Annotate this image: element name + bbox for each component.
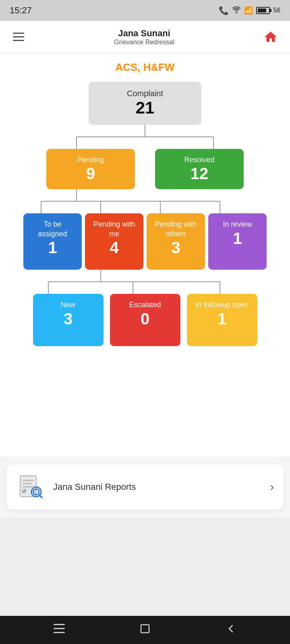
gray-filler	[0, 518, 290, 616]
svg-line-22	[39, 495, 42, 498]
reports-label: Jana Sunani Reports	[53, 482, 270, 492]
complaint-label: Complaint	[97, 89, 193, 98]
in-review-label: In review	[214, 220, 261, 229]
reports-icon	[16, 473, 45, 502]
followup-label: In followup open	[193, 300, 252, 310]
svg-rect-26	[141, 625, 149, 633]
escalated-box[interactable]: Escalated 0	[110, 294, 180, 346]
followup-box[interactable]: In followup open 1	[187, 294, 257, 346]
resolved-count: 12	[161, 165, 238, 183]
dept-title: ACS, H&FW	[6, 61, 284, 74]
pending-with-me-count: 4	[91, 239, 138, 257]
home-button[interactable]	[261, 27, 280, 47]
resolved-box[interactable]: Resolved 12	[155, 149, 244, 189]
svg-rect-16	[23, 480, 34, 481]
battery-label: 56	[273, 7, 280, 14]
svg-rect-18	[23, 486, 33, 487]
status-bar: 15:27 📞 📶 56	[0, 0, 290, 21]
pending-with-others-box[interactable]: Pending with others 3	[147, 213, 205, 270]
pending-with-me-label: Pending with me	[91, 220, 138, 239]
reports-card[interactable]: Jana Sunani Reports ›	[6, 464, 284, 510]
phone-icon: 📞	[219, 6, 229, 15]
tree-container: Complaint 21 Pending 9 Resolved	[6, 82, 284, 346]
to-be-assigned-label: To be assigned	[29, 220, 76, 239]
nav-home-icon[interactable]	[139, 623, 151, 637]
home-icon	[263, 30, 278, 44]
svg-rect-17	[23, 483, 31, 484]
in-review-count: 1	[214, 229, 261, 248]
pending-box[interactable]: Pending 9	[46, 149, 135, 189]
status-icons: 📞 📶 56	[219, 6, 280, 15]
followup-count: 1	[193, 310, 252, 328]
pending-with-others-count: 3	[152, 239, 199, 257]
pending-count: 9	[52, 165, 129, 183]
bottom-nav	[0, 616, 290, 644]
pending-with-others-label: Pending with others	[152, 220, 199, 239]
battery-icon	[256, 7, 270, 14]
app-subtitle: Grievance Redressal	[27, 39, 261, 46]
main-content: ACS, H&FW Complaint 21 Pending 9	[0, 53, 290, 456]
level2-row: To be assigned 1 Pending with me 4 Pendi…	[6, 213, 284, 270]
connector-l1	[8, 125, 282, 149]
escalated-count: 0	[116, 310, 175, 328]
new-label: New	[39, 300, 98, 310]
reports-chevron-icon: ›	[270, 481, 274, 493]
resolved-label: Resolved	[161, 155, 238, 165]
to-be-assigned-count: 1	[29, 239, 76, 257]
escalated-label: Escalated	[116, 300, 175, 310]
status-time: 15:27	[10, 5, 32, 16]
header-title: Jana Sunani Grievance Redressal	[27, 28, 261, 46]
complaint-box[interactable]: Complaint 21	[89, 82, 201, 125]
nav-back-icon[interactable]	[225, 623, 236, 637]
app-name: Jana Sunani	[27, 28, 261, 39]
hamburger-menu[interactable]	[10, 29, 27, 44]
in-review-box[interactable]: In review 1	[208, 213, 267, 270]
to-be-assigned-box[interactable]: To be assigned 1	[23, 213, 82, 270]
level3-row: New 3 Escalated 0 In followup open 1	[6, 294, 284, 346]
reports-section: Jana Sunani Reports ›	[0, 456, 290, 518]
nav-menu-icon[interactable]	[54, 624, 65, 636]
level1-row: Pending 9 Resolved 12	[6, 149, 284, 189]
pending-with-me-box[interactable]: Pending with me 4	[85, 213, 143, 270]
connector-l2	[8, 189, 282, 213]
connector-l3	[8, 270, 282, 294]
svg-rect-23	[54, 624, 65, 625]
svg-rect-24	[54, 628, 65, 629]
signal-icon: 📶	[244, 6, 253, 15]
svg-rect-25	[54, 632, 65, 633]
pending-label: Pending	[52, 155, 129, 165]
header: Jana Sunani Grievance Redressal	[0, 21, 290, 53]
new-box[interactable]: New 3	[33, 294, 104, 346]
new-count: 3	[39, 310, 98, 328]
complaint-count: 21	[97, 98, 193, 118]
wifi-icon	[232, 6, 241, 15]
